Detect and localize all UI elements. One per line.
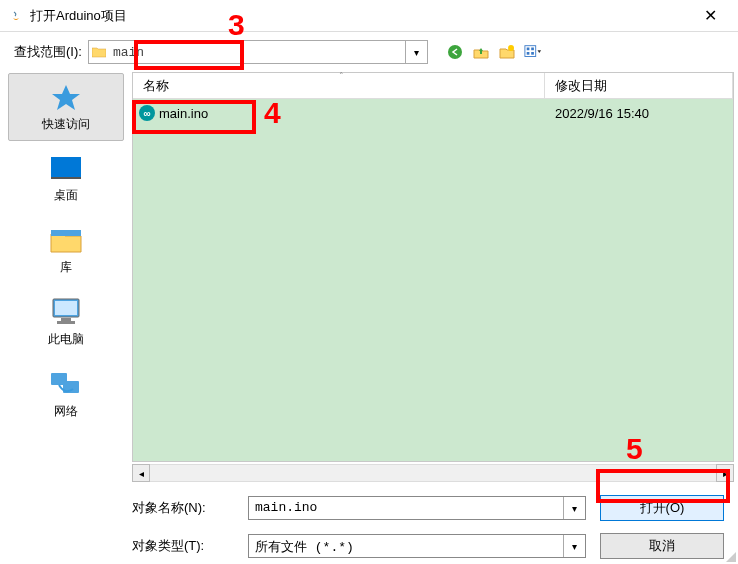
- file-date: 2022/9/16 15:40: [545, 106, 733, 121]
- sidebar-item-network[interactable]: 网络: [0, 358, 132, 430]
- network-icon: [48, 369, 84, 399]
- svg-point-0: [448, 45, 462, 59]
- resize-grip[interactable]: [722, 548, 736, 562]
- close-button[interactable]: ✕: [690, 6, 730, 25]
- view-menu-icon[interactable]: [524, 43, 542, 61]
- open-button[interactable]: 打开(O): [600, 495, 724, 521]
- sidebar-item-label: 此电脑: [48, 331, 84, 348]
- sidebar-item-thispc[interactable]: 此电脑: [0, 286, 132, 358]
- file-row[interactable]: ∞ main.ino 2022/9/16 15:40: [133, 99, 733, 127]
- svg-rect-4: [531, 48, 534, 51]
- svg-rect-11: [55, 301, 77, 315]
- svg-point-1: [508, 45, 514, 51]
- desktop-icon: [48, 153, 84, 183]
- sidebar-item-label: 快速访问: [42, 116, 90, 133]
- window-title: 打开Arduino项目: [30, 7, 690, 25]
- filename-combo[interactable]: main.ino ▾: [248, 496, 586, 520]
- header-date-label: 修改日期: [555, 77, 607, 95]
- svg-rect-5: [527, 52, 530, 55]
- sidebar-item-label: 桌面: [54, 187, 78, 204]
- new-folder-icon[interactable]: [498, 43, 516, 61]
- lookin-value: main: [109, 45, 405, 60]
- titlebar: 打开Arduino项目 ✕: [0, 0, 738, 32]
- sidebar-item-libraries[interactable]: 库: [0, 214, 132, 286]
- sidebar-item-label: 网络: [54, 403, 78, 420]
- cancel-button[interactable]: 取消: [600, 533, 724, 559]
- chevron-down-icon[interactable]: ▾: [405, 41, 427, 63]
- lookin-row: 查找范围(I): main ▾: [0, 32, 738, 72]
- chevron-down-icon[interactable]: ▾: [563, 535, 585, 557]
- svg-rect-7: [51, 157, 81, 177]
- file-list[interactable]: ∞ main.ino 2022/9/16 15:40: [133, 99, 733, 461]
- sort-indicator-icon: ˄: [339, 71, 344, 81]
- scroll-right-icon[interactable]: ▸: [716, 464, 734, 482]
- lookin-combo[interactable]: main ▾: [88, 40, 428, 64]
- header-date[interactable]: 修改日期: [545, 73, 733, 98]
- sidebar-item-label: 库: [60, 259, 72, 276]
- scroll-track[interactable]: [150, 464, 716, 482]
- java-icon: [8, 8, 24, 24]
- star-icon: [48, 82, 84, 112]
- lookin-label: 查找范围(I):: [14, 43, 82, 61]
- file-header: 名称 ˄ 修改日期: [133, 73, 733, 99]
- file-name: main.ino: [159, 106, 208, 121]
- bottom-panel: 对象名称(N): main.ino ▾ 打开(O) 对象类型(T): 所有文件 …: [0, 482, 738, 564]
- arduino-file-icon: ∞: [139, 105, 155, 121]
- svg-rect-2: [525, 46, 536, 57]
- header-name-label: 名称: [143, 77, 169, 95]
- places-sidebar: 快速访问 桌面 库 此电脑 网络: [0, 72, 132, 462]
- svg-rect-9: [51, 230, 81, 236]
- filetype-value: 所有文件 (*.*): [249, 535, 563, 557]
- horizontal-scrollbar[interactable]: ◂ ▸: [132, 464, 734, 482]
- svg-rect-8: [51, 177, 81, 179]
- sidebar-item-desktop[interactable]: 桌面: [0, 142, 132, 214]
- libraries-icon: [48, 225, 84, 255]
- back-icon[interactable]: [446, 43, 464, 61]
- file-list-area: 名称 ˄ 修改日期 ∞ main.ino 2022/9/16 15:40: [132, 72, 734, 462]
- svg-rect-6: [531, 52, 534, 55]
- up-icon[interactable]: [472, 43, 490, 61]
- toolbar-icons: [446, 43, 542, 61]
- svg-rect-13: [57, 321, 75, 324]
- folder-icon: [89, 41, 109, 63]
- filename-value: main.ino: [249, 497, 563, 519]
- svg-rect-3: [527, 48, 530, 51]
- scroll-left-icon[interactable]: ◂: [132, 464, 150, 482]
- filename-label: 对象名称(N):: [132, 499, 248, 517]
- filetype-combo[interactable]: 所有文件 (*.*) ▾: [248, 534, 586, 558]
- pc-icon: [48, 297, 84, 327]
- filetype-label: 对象类型(T):: [132, 537, 248, 555]
- sidebar-item-quickaccess[interactable]: 快速访问: [8, 73, 124, 141]
- chevron-down-icon[interactable]: ▾: [563, 497, 585, 519]
- header-name[interactable]: 名称 ˄: [133, 73, 545, 98]
- svg-rect-12: [61, 318, 71, 321]
